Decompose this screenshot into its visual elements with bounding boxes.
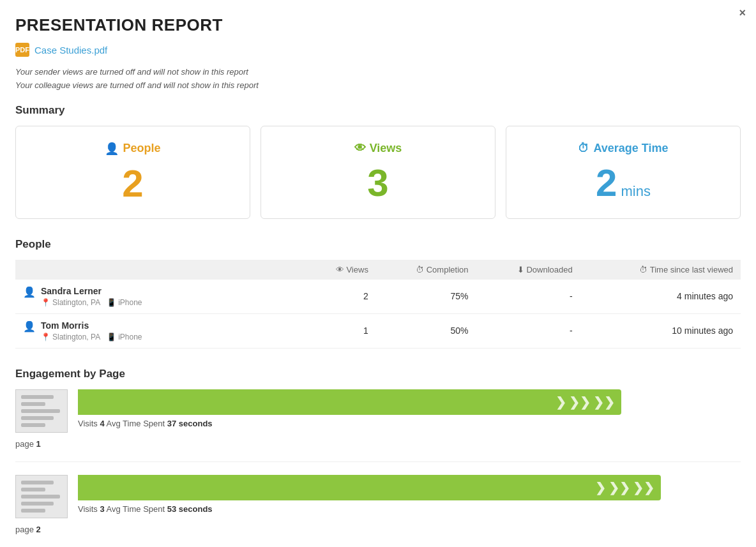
visits-value: 3 <box>100 504 104 514</box>
visits-label: Visits <box>78 419 100 428</box>
page-item-row: ❯ ❯❯ ❯❯ Visits 4 Avg Time Spent 37 secon… <box>15 389 741 433</box>
person-views: 1 <box>305 313 376 348</box>
notice-line-2: Your colleague views are turned off and … <box>15 79 741 93</box>
views-card: 👁 Views 3 <box>261 126 495 219</box>
progress-bar: ❯ ❯❯ ❯❯ <box>78 389 621 415</box>
col-completion-icon: ⏱ <box>416 265 427 274</box>
page-thumbnail <box>15 389 68 433</box>
avg-time-card-value: 2 <box>596 164 617 202</box>
page-label: page 2 <box>15 525 741 534</box>
person-last-viewed: 4 minutes ago <box>580 280 741 314</box>
person-meta: 📍Slatington, PA 📱iPhone <box>41 333 142 341</box>
people-table-header: 👁 Views ⏱ Completion ⬇ Downloaded ⏱ Time… <box>15 260 741 280</box>
engagement-pages: ❯ ❯❯ ❯❯ Visits 4 Avg Time Spent 37 secon… <box>15 389 741 534</box>
thumb-line <box>21 502 54 506</box>
chevron-icon: ❯ <box>556 394 566 410</box>
engagement-section: Engagement by Page ❯ ❯❯ ❯❯ <box>15 368 741 534</box>
thumb-line <box>21 495 60 498</box>
views-icon: 👁 <box>354 142 366 155</box>
col-last-viewed: ⏱ Time since last viewed <box>580 260 741 280</box>
page-divider <box>15 461 741 462</box>
chevron-icon: ❯❯ <box>609 480 630 495</box>
phone-icon: 📱 <box>107 298 116 307</box>
person-device: 📱iPhone <box>107 333 142 341</box>
col-name <box>15 260 305 280</box>
avg-time-card-label: ⏱ Average Time <box>517 142 730 155</box>
visits-value: 4 <box>100 419 104 428</box>
col-views: 👁 Views <box>305 260 376 280</box>
person-last-viewed: 10 minutes ago <box>580 313 741 348</box>
progress-bar: ❯ ❯❯ ❯❯ <box>78 475 661 500</box>
summary-section-title: Summary <box>15 104 741 117</box>
person-meta: 📍Slatington, PA 📱iPhone <box>41 298 142 307</box>
person-device: 📱iPhone <box>107 298 142 307</box>
person-downloaded: - <box>476 280 580 314</box>
avg-time-suffix: mins <box>621 183 650 200</box>
person-name: Sandra Lerner <box>41 286 142 296</box>
thumb-line <box>21 423 45 427</box>
person-views: 2 <box>305 280 376 314</box>
table-row[interactable]: 👤 Tom Morris 📍Slatington, PA 📱iPhone 1 5… <box>15 313 741 348</box>
col-downloaded-icon: ⬇ <box>517 265 527 274</box>
engagement-section-title: Engagement by Page <box>15 368 741 380</box>
person-avatar-icon: 👤 <box>23 286 36 298</box>
notice-line-1: Your sender views are turned off and wil… <box>15 66 741 79</box>
col-completion: ⏱ Completion <box>376 260 476 280</box>
people-table: 👁 Views ⏱ Completion ⬇ Downloaded ⏱ Time… <box>15 260 741 348</box>
people-section-title: People <box>15 238 741 251</box>
page-thumbnail <box>15 475 68 518</box>
avg-time-icon: ⏱ <box>578 142 589 155</box>
avg-time-value: 53 seconds <box>167 504 213 514</box>
col-views-icon: 👁 <box>336 265 347 274</box>
bar-arrows: ❯ ❯❯ ❯❯ <box>556 394 615 410</box>
pin-icon: 📍 <box>41 298 50 307</box>
views-card-label: 👁 Views <box>271 142 485 155</box>
person-name: Tom Morris <box>41 320 142 331</box>
person-avatar-icon: 👤 <box>23 320 36 333</box>
people-card-value: 2 <box>26 165 239 203</box>
chevron-icon: ❯❯ <box>569 394 591 410</box>
page-number: 2 <box>36 525 41 534</box>
thumb-line <box>21 509 45 513</box>
chevron-icon: ❯❯ <box>593 394 615 410</box>
file-link[interactable]: PDF Case Studies.pdf <box>15 43 741 57</box>
pin-icon: 📍 <box>41 333 50 341</box>
thumb-line <box>21 481 54 484</box>
bar-area: ❯ ❯❯ ❯❯ Visits 4 Avg Time Spent 37 secon… <box>78 389 741 428</box>
thumb-line <box>21 395 54 399</box>
visits-label: Visits <box>78 504 100 514</box>
file-icon: PDF <box>15 43 29 57</box>
page-label: page 1 <box>15 439 741 449</box>
progress-bar-container: ❯ ❯❯ ❯❯ <box>78 389 741 415</box>
chevron-icon: ❯❯ <box>633 480 654 495</box>
phone-icon: 📱 <box>107 333 116 341</box>
page-item-row: ❯ ❯❯ ❯❯ Visits 3 Avg Time Spent 53 secon… <box>15 475 741 518</box>
people-card: 👤 People 2 <box>15 126 250 219</box>
thumb-line <box>21 488 45 491</box>
avg-time-card: ⏱ Average Time 2 mins <box>506 126 741 219</box>
avg-time-label: Avg Time Spent <box>107 419 167 428</box>
person-cell: 👤 Sandra Lerner 📍Slatington, PA 📱iPhone <box>15 280 305 314</box>
close-button[interactable]: × <box>739 6 746 20</box>
bar-area: ❯ ❯❯ ❯❯ Visits 3 Avg Time Spent 53 secon… <box>78 475 741 514</box>
views-card-value: 3 <box>271 164 485 202</box>
person-downloaded: - <box>476 313 580 348</box>
page-item: ❯ ❯❯ ❯❯ Visits 4 Avg Time Spent 37 secon… <box>15 389 741 449</box>
summary-cards: 👤 People 2 👁 Views 3 ⏱ Average Time 2 mi… <box>15 126 741 219</box>
thumb-line <box>21 409 60 413</box>
chevron-icon: ❯ <box>595 480 606 495</box>
avg-time-value: 37 seconds <box>167 419 213 428</box>
thumb-line <box>21 416 54 420</box>
bar-stats: Visits 4 Avg Time Spent 37 seconds <box>78 419 741 428</box>
bar-arrows: ❯ ❯❯ ❯❯ <box>595 480 654 495</box>
table-row[interactable]: 👤 Sandra Lerner 📍Slatington, PA 📱iPhone … <box>15 280 741 314</box>
people-section: People 👁 Views ⏱ Completion ⬇ Downloa <box>15 238 741 348</box>
progress-bar-container: ❯ ❯❯ ❯❯ <box>78 475 741 500</box>
bar-stats: Visits 3 Avg Time Spent 53 seconds <box>78 504 741 514</box>
person-cell: 👤 Tom Morris 📍Slatington, PA 📱iPhone <box>15 313 305 348</box>
person-completion: 75% <box>376 280 476 314</box>
notice-block: Your sender views are turned off and wil… <box>15 66 741 93</box>
col-last-viewed-icon: ⏱ <box>639 265 649 274</box>
thumb-line <box>21 402 45 406</box>
person-completion: 50% <box>376 313 476 348</box>
